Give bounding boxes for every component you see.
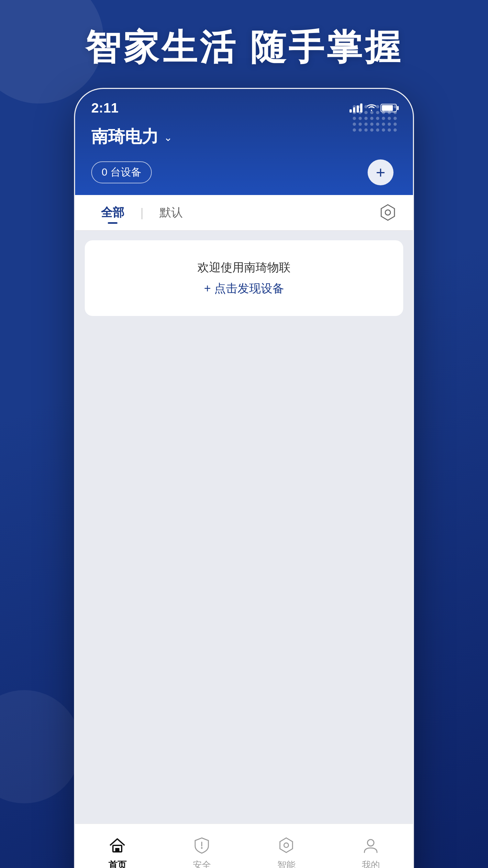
phone-header-area: 2:11 [75,89,413,195]
dot [353,111,356,114]
app-title-group: 南琦电力 ⌄ [91,125,172,148]
dot [358,117,362,120]
nav-security-label: 安全 [193,859,211,868]
category-tab-bar: 全部 | 默认 [75,195,413,230]
svg-point-3 [201,847,203,848]
dot [358,128,362,132]
dot [382,123,385,126]
app-header-row: 南琦电力 ⌄ [91,119,397,155]
phone-body: 欢迎使用南琦物联 + 点击发现设备 [75,230,413,824]
dot [353,117,356,120]
dot [364,123,368,126]
tab-all-label: 全部 [101,205,124,221]
smart-icon [275,834,298,856]
dot [382,128,385,132]
dot [376,128,379,132]
nav-item-smart[interactable]: 智能 [244,834,328,868]
dot [370,123,373,126]
dot [364,111,368,114]
hero-header: 智家生活 随手掌握 [85,26,403,68]
dot [394,128,397,132]
svg-point-5 [368,840,374,846]
shield-icon [191,834,213,856]
device-count-row: 0 台设备 + [91,155,397,195]
settings-icon-container[interactable] [379,203,397,222]
tab-default-label: 默认 [160,205,183,221]
dot [376,111,379,114]
battery-fill [382,105,393,111]
status-time: 2:11 [91,100,118,116]
nav-home-label: 首页 [108,859,126,868]
empty-content-area [85,322,403,824]
dot [364,128,368,132]
dot [394,123,397,126]
dot [388,117,391,120]
home-icon [106,834,129,856]
dot [358,111,362,114]
app-title: 南琦电力 [91,125,159,148]
dot [364,105,368,108]
tab-all[interactable]: 全部 [91,202,134,224]
nav-smart-label: 智能 [277,859,295,868]
tab-active-indicator [108,222,117,224]
dot [370,117,373,120]
dot [382,117,385,120]
welcome-card: 欢迎使用南琦物联 + 点击发现设备 [85,240,403,316]
bottom-nav-bar: 首页 安全 [75,824,413,868]
nav-item-home[interactable]: 首页 [75,834,160,868]
svg-point-0 [385,210,391,215]
nav-item-security[interactable]: 安全 [160,834,244,868]
add-device-button[interactable]: + [368,159,394,185]
dot [388,128,391,132]
user-icon [360,834,382,856]
dot [376,123,379,126]
dot [358,105,362,108]
discover-device-link[interactable]: + 点击发现设备 [98,281,390,297]
dropdown-arrow-icon[interactable]: ⌄ [164,131,172,144]
signal-bar-1 [349,109,352,113]
device-count-badge: 0 台设备 [91,161,152,183]
dot [358,123,362,126]
nav-profile-label: 我的 [362,859,380,868]
phone-frame: 2:11 [74,88,414,868]
bg-decoration-bottom [0,690,81,803]
status-bar: 2:11 [91,95,397,119]
dot [364,117,368,120]
welcome-text: 欢迎使用南琦物联 [98,260,390,276]
svg-rect-2 [115,848,119,852]
dot [394,117,397,120]
settings-hexagon-icon [379,203,397,221]
dot [370,111,373,114]
dot [388,123,391,126]
hero-title: 智家生活 随手掌握 [85,26,403,68]
dot [370,105,373,108]
battery-icon [380,104,397,112]
svg-point-4 [284,843,289,847]
dot [376,117,379,120]
nav-item-profile[interactable]: 我的 [328,834,413,868]
dot [353,128,356,132]
tab-separator: | [140,206,143,220]
dot [376,105,379,108]
dot [370,128,373,132]
tab-default[interactable]: 默认 [150,202,193,224]
dot [353,105,356,108]
phone-mockup: 2:11 [74,88,414,868]
dot [353,123,356,126]
